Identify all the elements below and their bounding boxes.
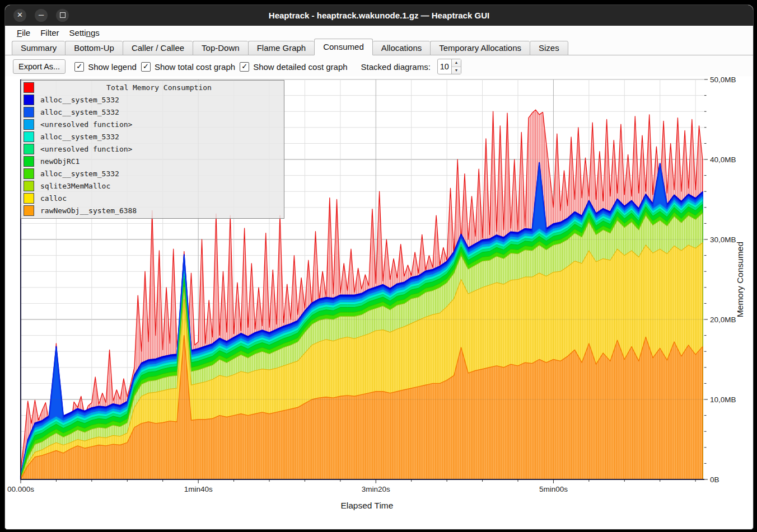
- legend-label: sqlite3MemMalloc: [40, 182, 110, 190]
- legend-swatch-icon: [24, 95, 34, 105]
- legend-swatch-icon: [24, 82, 34, 93]
- stacked-diagrams-spinner[interactable]: 10 ▲ ▼: [437, 59, 461, 74]
- legend-swatch-icon: [24, 144, 34, 154]
- legend-swatch-icon: [24, 168, 34, 179]
- legend-label: calloc: [40, 194, 67, 203]
- legend-swatch-icon: [24, 181, 34, 191]
- legend-row-unresolved_green: <unresolved function>: [21, 143, 284, 155]
- tab-consumed[interactable]: Consumed: [314, 39, 373, 55]
- tab-sizes[interactable]: Sizes: [530, 41, 568, 55]
- legend-row-rawNewObj: rawNewObj__system_6388: [21, 204, 284, 216]
- chart-area[interactable]: 0B10,0MB20,0MB30,0MB40,0MB50,0MB00.000s1…: [5, 76, 752, 528]
- legend-title: Total Memory Consumption: [34, 83, 284, 92]
- checkbox-show-total-cost-graph[interactable]: ✓Show total cost graph: [141, 62, 235, 72]
- menu-item-filter[interactable]: Filter: [35, 27, 64, 38]
- legend-row-unresolved_blue: <unresolved function>: [21, 118, 284, 130]
- tab-top-down[interactable]: Top-Down: [193, 41, 248, 55]
- spinner-down-icon[interactable]: ▼: [452, 67, 461, 74]
- legend-swatch-icon: [24, 119, 34, 130]
- checkbox-show-detailed-cost-graph[interactable]: ✓Show detailed cost graph: [240, 62, 347, 72]
- spinner-buttons: ▲ ▼: [451, 59, 461, 74]
- checkbox-label: Show total cost graph: [155, 62, 235, 72]
- tab-allocations[interactable]: Allocations: [373, 41, 431, 55]
- x-tick-label: 3min20s: [362, 485, 390, 493]
- x-tick-label: 1min40s: [184, 485, 213, 493]
- y-tick-label: 40,0MB: [710, 156, 736, 164]
- y-tick-label: 20,0MB: [710, 316, 736, 324]
- legend-swatch-icon: [24, 131, 34, 142]
- y-tick-label: 0B: [710, 475, 719, 484]
- titlebar: ✕ ─ Heaptrack - heaptrack.wakunode.1.gz …: [5, 5, 753, 26]
- legend-label: rawNewObj__system_6388: [40, 206, 137, 215]
- y-axis-title: Memory Consumed: [735, 242, 745, 317]
- legend-label: alloc__system_5332: [40, 96, 119, 104]
- checkbox-group: ✓Show legend✓Show total cost graph✓Show …: [70, 62, 347, 72]
- legend-label: alloc__system_5332: [40, 108, 119, 116]
- checkbox-label: Show detailed cost graph: [253, 62, 347, 72]
- chart-legend: Total Memory Consumptionalloc__system_53…: [21, 80, 284, 219]
- legend-swatch-icon: [24, 156, 34, 167]
- legend-row-alloc_cyan: alloc__system_5332: [21, 130, 284, 143]
- y-tick-label: 30,0MB: [710, 236, 736, 244]
- legend-label: <unresolved function>: [40, 120, 132, 129]
- tabbar: SummaryBottom-UpCaller / CalleeTop-DownF…: [5, 39, 753, 55]
- checkbox-box[interactable]: ✓: [74, 62, 84, 72]
- legend-swatch-icon: [24, 193, 34, 204]
- menu-item-file[interactable]: File: [12, 27, 35, 38]
- tab-bottom-up[interactable]: Bottom-Up: [65, 41, 123, 55]
- legend-row-total: Total Memory Consumption: [21, 81, 284, 93]
- tab-flame-graph[interactable]: Flame Graph: [248, 41, 315, 55]
- x-tick-label: 5min00s: [539, 485, 568, 493]
- legend-label: newObjRC1: [40, 157, 80, 166]
- tab-summary[interactable]: Summary: [12, 41, 65, 55]
- legend-row-alloc_blue: alloc__system_5332: [21, 106, 284, 118]
- legend-row-sqlite3MemMalloc: sqlite3MemMalloc: [21, 180, 284, 192]
- legend-row-newObjRC1: newObjRC1: [21, 155, 284, 167]
- menubar: FileFilterSettings: [5, 26, 753, 39]
- menu-item-settings[interactable]: Settings: [64, 27, 105, 38]
- legend-row-alloc_darkblue: alloc__system_5332: [21, 93, 284, 106]
- export-as-button[interactable]: Export As...: [13, 59, 66, 74]
- spinner-value[interactable]: 10: [438, 59, 451, 74]
- checkbox-box[interactable]: ✓: [141, 62, 151, 72]
- legend-swatch-icon: [24, 107, 34, 117]
- checkbox-box[interactable]: ✓: [240, 62, 249, 72]
- legend-label: alloc__system_5332: [40, 170, 119, 178]
- checkbox-show-legend[interactable]: ✓Show legend: [74, 62, 137, 72]
- checkbox-label: Show legend: [88, 62, 137, 72]
- legend-label: <unresolved function>: [40, 145, 132, 153]
- tab-temporary-allocations[interactable]: Temporary Allocations: [430, 41, 530, 55]
- y-tick-label: 50,0MB: [710, 76, 736, 84]
- tab-caller-callee[interactable]: Caller / Callee: [123, 41, 193, 55]
- stacked-diagrams-label: Stacked diagrams:: [361, 62, 431, 72]
- legend-row-calloc: calloc: [21, 192, 284, 204]
- spinner-up-icon[interactable]: ▲: [452, 59, 461, 67]
- window-title: Heaptrack - heaptrack.wakunode.1.gz — He…: [5, 5, 753, 26]
- legend-label: alloc__system_5332: [40, 133, 119, 141]
- toolbar: Export As... ✓Show legend✓Show total cos…: [5, 55, 753, 78]
- legend-row-alloc_green: alloc__system_5332: [21, 167, 284, 180]
- legend-swatch-icon: [24, 205, 34, 216]
- x-tick-label: 00.000s: [7, 485, 34, 493]
- app-window: ✕ ─ Heaptrack - heaptrack.wakunode.1.gz …: [4, 4, 754, 530]
- x-axis-title: Elapsed Time: [340, 501, 393, 510]
- y-tick-label: 10,0MB: [710, 396, 736, 404]
